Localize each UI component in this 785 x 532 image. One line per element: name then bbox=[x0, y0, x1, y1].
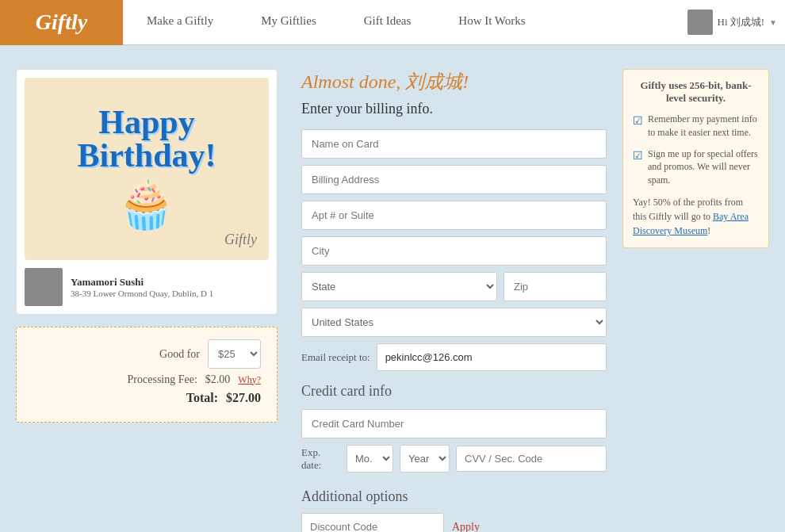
processing-fee-value: $2.00 bbox=[205, 373, 231, 386]
user-greeting: Hi 刘成城! bbox=[718, 15, 765, 29]
city-input[interactable] bbox=[301, 236, 607, 266]
cvv-input[interactable] bbox=[456, 446, 607, 472]
charity-text: Yay! 50% of the profits from this Giftly… bbox=[633, 195, 759, 238]
state-select[interactable]: State ALAKCANYTX bbox=[301, 272, 497, 301]
exp-label: Exp. date: bbox=[301, 446, 340, 472]
left-panel: Happy Birthday! 🧁 Giftly Yamamori Sushi … bbox=[16, 69, 278, 532]
user-menu[interactable]: Hi 刘成城! ▼ bbox=[687, 10, 786, 35]
navigation: Giftly Make a Giftly My Giftlies Gift Id… bbox=[0, 0, 785, 45]
month-select[interactable]: Mo.JanFebMar AprMayJunJul AugSepOctNovDe… bbox=[347, 445, 393, 473]
name-on-card-input[interactable] bbox=[301, 129, 607, 159]
email-label: Email receipt to: bbox=[301, 351, 370, 364]
nav-how-it-works[interactable]: How It Works bbox=[435, 0, 549, 45]
signup-checkbox[interactable]: ☑ bbox=[633, 148, 643, 164]
gift-watermark: Giftly bbox=[224, 232, 257, 248]
charity-end: ! bbox=[707, 225, 710, 236]
merchant-address: 38-39 Lower Ormond Quay, Dublin, D 1 bbox=[71, 289, 213, 298]
processing-fee-row: Processing Fee: $2.00 Why? bbox=[33, 373, 261, 386]
good-for-label: Good for bbox=[33, 348, 200, 361]
logo[interactable]: Giftly bbox=[0, 0, 123, 45]
remember-label: Remember my payment info to make it easi… bbox=[648, 113, 759, 140]
total-label: Total: bbox=[33, 391, 218, 405]
processing-fee-label: Processing Fee: bbox=[33, 373, 197, 386]
cupcake-icon: 🧁 bbox=[77, 176, 216, 232]
birthday-text: Birthday! bbox=[77, 139, 216, 172]
expiry-row: Exp. date: Mo.JanFebMar AprMayJunJul Aug… bbox=[301, 445, 607, 473]
apt-suite-input[interactable] bbox=[301, 201, 607, 230]
nav-gift-ideas[interactable]: Gift Ideas bbox=[340, 0, 435, 45]
form-panel: Almost done, 刘成城! Enter your billing inf… bbox=[301, 69, 607, 532]
state-zip-row: State ALAKCANYTX bbox=[301, 272, 607, 301]
merchant-thumbnail bbox=[25, 268, 63, 306]
billing-address-input[interactable] bbox=[301, 165, 607, 194]
almost-done-heading: Almost done, 刘成城! bbox=[301, 69, 607, 94]
nav-my-giftlies[interactable]: My Giftlies bbox=[237, 0, 340, 45]
main-content: Happy Birthday! 🧁 Giftly Yamamori Sushi … bbox=[0, 45, 785, 532]
gift-image: Happy Birthday! 🧁 Giftly bbox=[25, 78, 269, 260]
logo-text: Giftly bbox=[36, 10, 87, 35]
apply-button[interactable]: Apply bbox=[452, 521, 480, 533]
order-summary: Good for $25$50$75$100 Processing Fee: $… bbox=[16, 327, 278, 423]
gift-card: Happy Birthday! 🧁 Giftly Yamamori Sushi … bbox=[16, 69, 278, 315]
right-panel: Giftly uses 256-bit, bank-level security… bbox=[622, 69, 769, 532]
signup-item: ☑ Sign me up for special offers and prom… bbox=[633, 147, 759, 187]
merchant-details: Yamamori Sushi 38-39 Lower Ormond Quay, … bbox=[71, 276, 213, 298]
remember-checkbox[interactable]: ☑ bbox=[633, 113, 643, 129]
good-for-row: Good for $25$50$75$100 bbox=[33, 339, 261, 369]
merchant-info: Yamamori Sushi 38-39 Lower Ormond Quay, … bbox=[25, 268, 269, 306]
credit-card-title: Credit card info bbox=[301, 383, 607, 400]
discount-row: Apply bbox=[301, 513, 607, 532]
good-for-select[interactable]: $25$50$75$100 bbox=[208, 339, 261, 369]
year-select[interactable]: Year202420252026 202720282029 bbox=[400, 445, 450, 473]
discount-code-input[interactable] bbox=[301, 513, 444, 532]
security-box: Giftly uses 256-bit, bank-level security… bbox=[622, 69, 769, 248]
credit-card-number-input[interactable] bbox=[301, 409, 607, 438]
nav-make-a-giftly[interactable]: Make a Giftly bbox=[123, 0, 237, 45]
additional-options-title: Additional options bbox=[301, 488, 607, 505]
birthday-greeting: Happy Birthday! 🧁 bbox=[77, 105, 216, 232]
why-link[interactable]: Why? bbox=[238, 374, 261, 386]
security-title: Giftly uses 256-bit, bank-level security… bbox=[633, 79, 759, 105]
zip-input[interactable] bbox=[504, 272, 607, 301]
nav-links: Make a Giftly My Giftlies Gift Ideas How… bbox=[123, 0, 687, 45]
happy-text: Happy bbox=[77, 105, 216, 139]
remember-payment-item: ☑ Remember my payment info to make it ea… bbox=[633, 113, 759, 140]
country-select[interactable]: United States United Kingdom Canada Aust… bbox=[301, 308, 607, 337]
email-row: Email receipt to: bbox=[301, 343, 607, 371]
total-row: Total: $27.00 bbox=[33, 391, 261, 405]
chevron-down-icon: ▼ bbox=[769, 18, 777, 27]
email-input[interactable] bbox=[377, 343, 607, 371]
signup-label: Sign me up for special offers and promos… bbox=[648, 147, 759, 187]
billing-subtitle: Enter your billing info. bbox=[301, 101, 607, 117]
merchant-name: Yamamori Sushi bbox=[71, 276, 213, 289]
total-value: $27.00 bbox=[226, 391, 261, 405]
avatar bbox=[687, 10, 713, 35]
